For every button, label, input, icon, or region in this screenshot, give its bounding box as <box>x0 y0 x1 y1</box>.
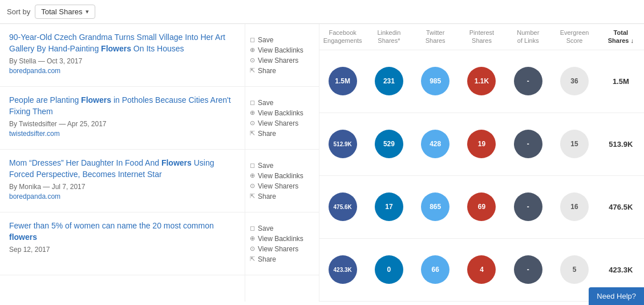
sort-label: Sort by <box>7 7 30 16</box>
stat-cell-evergreen[interactable]: 36 <box>551 67 597 95</box>
links-circle: - <box>514 130 542 158</box>
facebook-circle: 475.6K <box>329 192 357 221</box>
action-save[interactable]: ◻Save <box>250 162 314 170</box>
stat-cell-total: 476.5K <box>598 203 644 211</box>
article-domain[interactable]: boredpanda.com <box>9 192 236 200</box>
stat-cell-links[interactable]: - <box>505 67 551 95</box>
stat-cell-total: 423.3K <box>598 266 644 274</box>
action-view-backlinks[interactable]: ⊕View Backlinks <box>250 235 314 243</box>
stat-cell-twitter[interactable]: 428 <box>412 130 459 158</box>
pinterest-circle: 19 <box>467 130 496 158</box>
article-row: Mom “Dresses” Her Daughter In Food And F… <box>0 150 245 212</box>
article-domain[interactable]: twistedsifter.com <box>9 130 236 138</box>
stat-cell-twitter[interactable]: 66 <box>412 255 459 284</box>
facebook-circle: 1.5M <box>329 67 357 95</box>
share-icon: ⇱ <box>250 67 255 74</box>
action-view-sharers[interactable]: ⊙View Sharers <box>250 57 314 65</box>
article-meta: By Stella — Oct 3, 2017 <box>9 57 236 65</box>
links-circle: - <box>514 192 542 221</box>
col-header-linkedin: LinkedinShares* <box>366 27 412 46</box>
action-view-sharers[interactable]: ⊙View Sharers <box>250 182 314 190</box>
action-share[interactable]: ⇱Share <box>250 67 314 75</box>
save-icon: ◻ <box>250 224 255 232</box>
article-domain[interactable]: boredpanda.com <box>9 67 236 75</box>
action-share[interactable]: ⇱Share <box>250 130 314 138</box>
action-save[interactable]: ◻Save <box>250 99 314 107</box>
stat-cell-evergreen[interactable]: 16 <box>551 192 597 221</box>
action-view-sharers[interactable]: ⊙View Sharers <box>250 245 314 253</box>
actions-cell: ◻Save⊕View Backlinks⊙View Sharers⇱Share <box>245 24 319 87</box>
stat-cell-evergreen[interactable]: 15 <box>551 130 597 158</box>
pinterest-circle: 4 <box>467 255 496 284</box>
evergreen-circle: 5 <box>560 255 589 284</box>
view-backlinks-icon: ⊕ <box>250 235 255 242</box>
share-icon: ⇱ <box>250 255 255 263</box>
stat-cell-linkedin[interactable]: 17 <box>366 192 412 221</box>
need-help-button[interactable]: Need Help? <box>589 287 644 302</box>
stat-cell-linkedin[interactable]: 231 <box>366 67 412 95</box>
stats-row: 1.5M2319851.1K-361.5M <box>319 50 644 113</box>
action-share[interactable]: ⇱Share <box>250 192 314 200</box>
view-sharers-icon: ⊙ <box>250 182 255 190</box>
action-save[interactable]: ◻Save <box>250 224 314 232</box>
total-shares-value: 513.9K <box>609 140 633 149</box>
facebook-circle: 512.9K <box>329 130 357 158</box>
linkedin-circle: 0 <box>375 255 403 284</box>
view-sharers-icon: ⊙ <box>250 245 255 252</box>
article-title[interactable]: People are Planting Flowers in Potholes … <box>9 95 236 117</box>
action-view-backlinks[interactable]: ⊕View Backlinks <box>250 46 314 54</box>
stat-cell-pinterest[interactable]: 69 <box>459 192 505 221</box>
action-view-sharers[interactable]: ⊙View Sharers <box>250 119 314 127</box>
action-view-backlinks[interactable]: ⊕View Backlinks <box>250 172 314 180</box>
stats-row: 475.6K1786569-16476.5K <box>319 176 644 239</box>
action-share[interactable]: ⇱Share <box>250 255 314 263</box>
total-shares-value: 423.3K <box>609 266 633 274</box>
stat-cell-links[interactable]: - <box>505 255 551 284</box>
twitter-circle: 428 <box>421 130 449 158</box>
stat-cell-twitter[interactable]: 985 <box>412 67 459 95</box>
article-meta: Sep 12, 2017 <box>9 246 236 254</box>
action-save[interactable]: ◻Save <box>250 36 314 44</box>
article-title[interactable]: Mom “Dresses” Her Daughter In Food And F… <box>9 158 236 180</box>
stat-cell-facebook[interactable]: 423.3K <box>319 255 366 284</box>
linkedin-circle: 231 <box>375 67 403 95</box>
view-sharers-icon: ⊙ <box>250 57 255 64</box>
stat-cell-evergreen[interactable]: 5 <box>551 255 597 284</box>
save-icon: ◻ <box>250 36 255 43</box>
article-row: People are Planting Flowers in Potholes … <box>0 87 245 150</box>
actions-cell: ◻Save⊕View Backlinks⊙View Sharers⇱Share <box>245 212 319 275</box>
pinterest-circle: 69 <box>467 192 496 221</box>
stat-cell-facebook[interactable]: 512.9K <box>319 130 366 158</box>
stats-header: FacebookEngagementsLinkedinShares*Twitte… <box>319 24 644 50</box>
article-title[interactable]: Fewer than 5% of women can name the 20 m… <box>9 220 236 243</box>
stat-cell-pinterest[interactable]: 1.1K <box>459 67 505 95</box>
share-icon: ⇱ <box>250 130 255 137</box>
stat-cell-linkedin[interactable]: 0 <box>366 255 412 284</box>
action-view-backlinks[interactable]: ⊕View Backlinks <box>250 109 314 117</box>
view-backlinks-icon: ⊕ <box>250 46 255 54</box>
view-sharers-icon: ⊙ <box>250 119 255 127</box>
stat-cell-facebook[interactable]: 475.6K <box>319 192 366 221</box>
stat-cell-pinterest[interactable]: 19 <box>459 130 505 158</box>
twitter-circle: 985 <box>421 67 449 95</box>
stat-cell-links[interactable]: - <box>505 130 551 158</box>
linkedin-circle: 529 <box>375 130 403 158</box>
view-backlinks-icon: ⊕ <box>250 172 255 179</box>
stat-cell-links[interactable]: - <box>505 192 551 221</box>
col-header-total: TotalShares ↓ <box>598 27 644 46</box>
sort-dropdown[interactable]: Total Shares ▾ <box>35 5 95 19</box>
col-header-evergreen: EvergreenScore <box>551 27 597 46</box>
stat-cell-twitter[interactable]: 865 <box>412 192 459 221</box>
article-title[interactable]: 90-Year-Old Czech Grandma Turns Small Vi… <box>9 32 236 54</box>
total-shares-value: 476.5K <box>609 203 633 211</box>
article-row: 90-Year-Old Czech Grandma Turns Small Vi… <box>0 24 245 87</box>
stat-cell-pinterest[interactable]: 4 <box>459 255 505 284</box>
stat-cell-facebook[interactable]: 1.5M <box>319 67 366 95</box>
twitter-circle: 865 <box>421 192 449 221</box>
stat-cell-total: 1.5M <box>598 77 644 86</box>
article-meta: By Monika — Jul 7, 2017 <box>9 183 236 191</box>
total-shares-value: 1.5M <box>613 77 629 86</box>
twitter-circle: 66 <box>421 255 449 284</box>
chevron-down-icon: ▾ <box>86 8 89 15</box>
stat-cell-linkedin[interactable]: 529 <box>366 130 412 158</box>
